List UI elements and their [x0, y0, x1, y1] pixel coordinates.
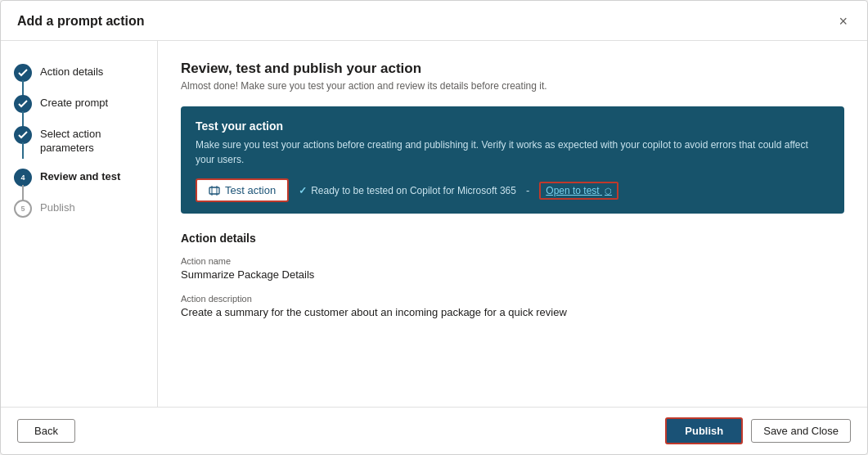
- action-description-value: Create a summary for the customer about …: [181, 306, 844, 318]
- dialog: Add a prompt action × Action details Cre…: [0, 0, 868, 455]
- open-to-test-link[interactable]: Open to test ⬡: [539, 182, 618, 200]
- sidebar-item-publish[interactable]: 5 Publish: [14, 193, 157, 224]
- step-circle-publish: 5: [14, 200, 32, 218]
- step-circle-action-details: [14, 64, 32, 82]
- dialog-footer: Back Publish Save and Close: [1, 407, 867, 454]
- sidebar-item-create-prompt[interactable]: Create prompt: [14, 88, 157, 119]
- external-link-icon: ⬡: [605, 187, 612, 196]
- sidebar-item-review-and-test[interactable]: 4 Review and test: [14, 162, 157, 193]
- footer-right: Publish Save and Close: [665, 417, 851, 444]
- teal-box-title: Test your action: [196, 119, 830, 133]
- teal-box-description: Make sure you test your actions before c…: [196, 137, 830, 167]
- dialog-header: Add a prompt action ×: [1, 1, 867, 41]
- sidebar-step-label-action-details: Action details: [40, 64, 103, 79]
- separator: -: [526, 184, 529, 196]
- sidebar-step-label-review-and-test: Review and test: [40, 169, 120, 184]
- teal-box: Test your action Make sure you test your…: [181, 106, 844, 214]
- close-button[interactable]: ×: [835, 12, 851, 30]
- action-details-title: Action details: [181, 232, 844, 245]
- step-circle-select-action-parameters: [14, 126, 32, 144]
- sidebar-step-label-select-action-parameters: Select action parameters: [40, 126, 157, 155]
- checkmark-icon: ✓: [299, 185, 307, 196]
- back-button[interactable]: Back: [17, 419, 75, 443]
- test-action-button[interactable]: Test action: [196, 178, 289, 202]
- test-icon: [209, 185, 220, 196]
- publish-button[interactable]: Publish: [665, 417, 743, 444]
- sidebar-item-action-details[interactable]: Action details: [14, 57, 157, 88]
- action-name-label: Action name: [181, 256, 844, 266]
- dialog-body: Action details Create prompt Select acti…: [1, 41, 867, 407]
- teal-box-actions: Test action ✓ Ready to be tested on Copi…: [196, 178, 830, 202]
- action-name-value: Summarize Package Details: [181, 268, 844, 281]
- sidebar-step-label-publish: Publish: [40, 200, 75, 215]
- section-subtitle: Almost done! Make sure you test your act…: [181, 80, 844, 92]
- svg-rect-0: [209, 187, 219, 194]
- sidebar-item-select-action-parameters[interactable]: Select action parameters: [14, 119, 157, 162]
- dialog-title: Add a prompt action: [17, 14, 145, 29]
- ready-text: ✓ Ready to be tested on Copilot for Micr…: [299, 185, 516, 196]
- sidebar-step-label-create-prompt: Create prompt: [40, 95, 108, 110]
- action-details-section: Action details Action name Summarize Pac…: [181, 232, 844, 331]
- action-description-label: Action description: [181, 294, 844, 304]
- sidebar: Action details Create prompt Select acti…: [1, 41, 158, 407]
- step-circle-create-prompt: [14, 95, 32, 113]
- save-close-button[interactable]: Save and Close: [751, 419, 851, 443]
- section-title: Review, test and publish your action: [181, 61, 844, 77]
- step-circle-review-and-test: 4: [14, 169, 32, 187]
- main-content: Review, test and publish your action Alm…: [158, 41, 867, 407]
